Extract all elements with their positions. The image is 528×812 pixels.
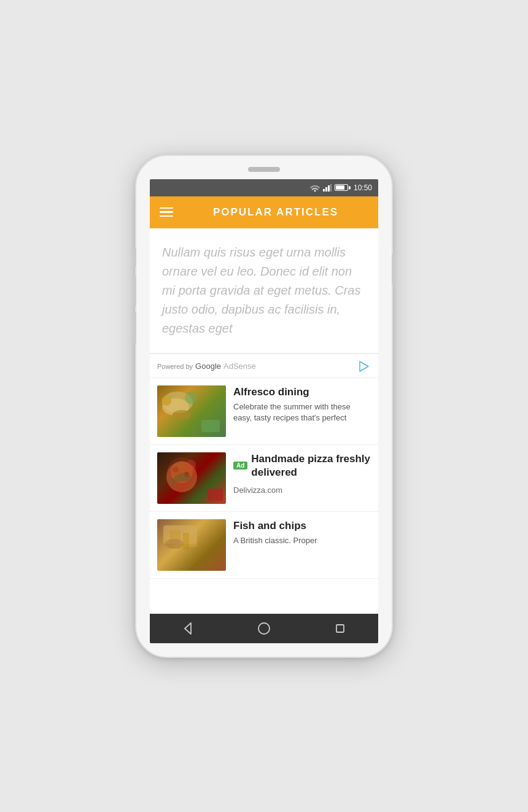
svg-point-7 (161, 396, 171, 406)
app-title: POPULAR ARTICLES (183, 206, 368, 218)
ad-header: Powered by Google AdSense (150, 354, 378, 378)
phone-speaker (248, 167, 280, 172)
svg-point-11 (173, 466, 179, 473)
article-section: Nullam quis risus eget urna mollis ornar… (150, 228, 378, 354)
food-pizza-img (157, 452, 226, 504)
svg-point-17 (165, 539, 184, 549)
food-fishchips-img (157, 519, 226, 571)
svg-point-6 (185, 392, 197, 404)
adsense-text: AdSense (223, 362, 256, 371)
signal-icon (323, 184, 332, 191)
back-button[interactable] (177, 617, 199, 640)
status-time: 10:50 (354, 184, 372, 192)
ad-content-alfresco: Alfresco dining Celebrate the summer wit… (233, 385, 371, 423)
recents-button[interactable] (329, 617, 351, 640)
ad-title-fishchips: Fish and chips (233, 519, 371, 533)
ad-badge: Ad (233, 462, 247, 470)
status-icons: 10:50 (310, 184, 372, 192)
ad-description-alfresco: Celebrate the summer with these easy, ta… (233, 401, 371, 423)
ad-item-alfresco[interactable]: Alfresco dining Celebrate the summer wit… (150, 378, 378, 445)
article-body: Nullam quis risus eget urna mollis ornar… (162, 243, 366, 338)
svg-rect-16 (183, 533, 189, 550)
google-text: Google (195, 362, 221, 371)
volume-up-button (134, 276, 136, 306)
ad-play-icon (356, 359, 371, 374)
ad-content-fishchips: Fish and chips A British classic. Proper (233, 519, 371, 546)
power-button (392, 254, 394, 285)
phone-screen: 10:50 POPULAR ARTICLES Nullam quis risus… (150, 179, 378, 643)
wifi-icon (310, 184, 320, 191)
nav-bar (150, 614, 378, 643)
status-bar: 10:50 (150, 179, 378, 196)
powered-by-label: Powered by Google AdSense (157, 362, 256, 371)
svg-rect-2 (328, 185, 330, 191)
ad-title-row-pizza: Ad Handmade pizza freshly delivered (233, 452, 371, 479)
food-alfresco-img (157, 385, 226, 437)
svg-marker-18 (185, 623, 191, 634)
svg-point-19 (258, 623, 270, 634)
ad-title-alfresco: Alfresco dining (233, 385, 371, 399)
volume-down-button (134, 312, 136, 343)
ad-title-pizza: Handmade pizza freshly delivered (251, 452, 371, 479)
svg-point-13 (186, 460, 196, 470)
phone-device: 10:50 POPULAR ARTICLES Nullam quis risus… (135, 155, 393, 658)
battery-icon (335, 184, 348, 191)
app-bar: POPULAR ARTICLES (150, 196, 378, 228)
home-button[interactable] (253, 617, 275, 640)
svg-point-8 (173, 410, 191, 420)
ad-item-fishchips[interactable]: Fish and chips A British classic. Proper (150, 512, 378, 579)
content-area: Nullam quis risus eget urna mollis ornar… (150, 228, 378, 614)
svg-rect-20 (336, 625, 344, 632)
svg-marker-4 (360, 362, 368, 371)
svg-rect-0 (323, 189, 325, 191)
hamburger-menu[interactable] (160, 207, 173, 217)
svg-rect-1 (325, 187, 327, 191)
volume-mute-button (134, 248, 136, 266)
svg-rect-3 (330, 184, 332, 191)
ad-container: Powered by Google AdSense (150, 354, 378, 579)
ad-image-pizza (157, 452, 226, 504)
ad-description-fishchips: A British classic. Proper (233, 535, 371, 546)
ad-item-pizza[interactable]: Ad Handmade pizza freshly delivered Deli… (150, 445, 378, 512)
ad-image-alfresco (157, 385, 226, 437)
ad-content-pizza: Ad Handmade pizza freshly delivered Deli… (233, 452, 371, 495)
ad-image-fishchips (157, 519, 226, 571)
ad-url-pizza: Delivizza.com (233, 485, 371, 495)
